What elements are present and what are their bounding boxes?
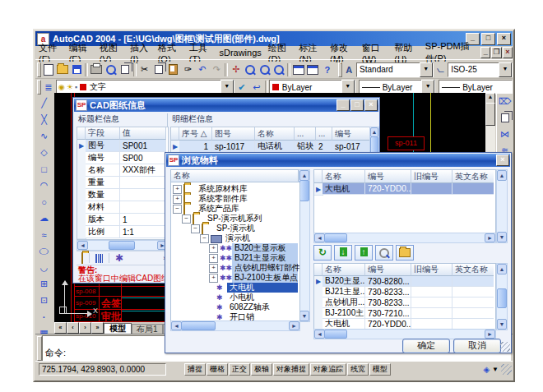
table-cell[interactable]: [411, 297, 452, 308]
tree-item[interactable]: ✱小电机: [171, 293, 299, 302]
toggle-polar[interactable]: 极轴: [251, 363, 272, 376]
maximize-button[interactable]: □: [481, 33, 495, 45]
plot-preview-icon[interactable]: [104, 62, 118, 77]
open-icon[interactable]: [55, 62, 70, 77]
table-cell[interactable]: [120, 177, 166, 189]
column-header[interactable]: 编号: [332, 127, 370, 141]
tree-item[interactable]: ✱✱BJ-2100主板单点: [171, 273, 299, 283]
tree-item[interactable]: ✱✱BJ20主显示板: [171, 243, 299, 253]
table-cell[interactable]: 1:1: [120, 226, 166, 238]
chevron-down-icon[interactable]: ▼: [499, 62, 512, 77]
scrollbar-thumb[interactable]: [497, 288, 507, 308]
table-cell[interactable]: BJ20主显...: [323, 276, 365, 287]
table-cell[interactable]: 2: [316, 141, 332, 153]
dialog-title-bar[interactable]: SP CAD图纸信息 _ □ ×: [74, 99, 378, 112]
table-cell[interactable]: 720-YDD0...: [365, 183, 411, 195]
mdi-close-button[interactable]: ×: [503, 47, 513, 58]
spline-icon[interactable]: ≈: [36, 227, 52, 242]
communication-center-icon[interactable]: ◈: [483, 365, 490, 374]
table-cell[interactable]: BJ21主显...: [323, 287, 365, 297]
properties-icon[interactable]: [291, 62, 306, 77]
column-header[interactable]: 英文名称: [452, 264, 494, 276]
dialog-minimize-button[interactable]: _: [336, 99, 350, 111]
zoom-realtime-icon[interactable]: [244, 62, 258, 77]
line-icon[interactable]: ╱: [36, 95, 52, 111]
table-cell[interactable]: [411, 276, 452, 287]
column-header[interactable]: ...: [295, 127, 316, 141]
redo-icon[interactable]: ↷: [210, 62, 225, 77]
pan-icon[interactable]: ✢: [229, 62, 244, 77]
table-cell[interactable]: 铝块: [295, 141, 316, 153]
table-cell[interactable]: 版本: [86, 214, 120, 226]
table-cell[interactable]: 重量: [86, 177, 120, 189]
column-header[interactable]: 编号: [365, 170, 411, 183]
transfer-icon[interactable]: ↻: [313, 245, 332, 261]
barcode-icon[interactable]: [95, 254, 103, 263]
tree-vscrollbar[interactable]: ▲ ▼: [299, 169, 310, 322]
scroll-right-icon[interactable]: ►: [485, 233, 495, 242]
tab-layout1[interactable]: 布局1: [132, 324, 163, 334]
column-header[interactable]: 英文名称: [452, 170, 494, 183]
scrollbar-thumb[interactable]: [324, 330, 347, 339]
text-style-combo[interactable]: Standard▼: [356, 62, 434, 77]
scrollbar-thumb[interactable]: [299, 180, 309, 201]
tab-last-icon[interactable]: »: [91, 322, 104, 334]
table-cell[interactable]: 名称: [86, 164, 120, 177]
titleblock-hscrollbar[interactable]: ◄ ►: [77, 240, 169, 251]
column-header[interactable]: 旧编号: [411, 170, 452, 183]
tree-item[interactable]: 演示机: [171, 233, 299, 243]
undo-icon[interactable]: ↶: [195, 62, 210, 77]
table-cell[interactable]: 数量: [86, 189, 120, 201]
table-cell[interactable]: [120, 189, 166, 201]
make-block-icon[interactable]: ⊡: [36, 293, 52, 308]
column-header[interactable]: 名称: [255, 127, 295, 141]
scroll-down-icon[interactable]: ▼: [299, 311, 309, 321]
chevron-down-icon[interactable]: ▼: [420, 62, 433, 77]
column-header[interactable]: ...: [316, 127, 332, 141]
point-icon[interactable]: ·: [36, 309, 52, 325]
table-cell[interactable]: 1: [179, 141, 212, 153]
tree-hscrollbar[interactable]: ◄ ►: [170, 321, 300, 331]
coordinates-display[interactable]: 725.1794, 429.8903, 0.0000: [39, 363, 166, 376]
dialog-resize-grip[interactable]: [500, 342, 510, 352]
rectangle-icon[interactable]: □: [36, 161, 52, 177]
dim-style-combo[interactable]: ISO-25▼: [448, 62, 513, 77]
table-cell[interactable]: sp-1017: [212, 141, 255, 153]
tree-item[interactable]: SP-演示机系列: [171, 214, 299, 224]
dialog-close-button[interactable]: ×: [364, 99, 378, 111]
open-record-icon[interactable]: [81, 253, 83, 263]
dialog-title-bar[interactable]: SP 浏览物料 ×: [166, 154, 510, 167]
table-cell[interactable]: 1: [120, 214, 166, 226]
toggle-osnap[interactable]: 对象捕捉: [273, 363, 309, 376]
menu-sdrawings[interactable]: sDrawings: [216, 48, 264, 58]
toggle-otrack[interactable]: 对象追踪: [310, 363, 346, 376]
toggle-model[interactable]: 模型: [369, 363, 391, 376]
construction-line-icon[interactable]: ╳: [36, 112, 52, 127]
toggle-ortho[interactable]: 正交: [229, 363, 250, 376]
ellipse-arc-icon[interactable]: ◡: [36, 260, 52, 275]
column-header[interactable]: 名称: [323, 264, 365, 276]
paste-icon[interactable]: [166, 62, 181, 77]
dialog-maximize-button[interactable]: □: [350, 99, 364, 111]
tree-item-selected[interactable]: ✱大电机: [171, 283, 299, 293]
designcenter-icon[interactable]: [306, 62, 321, 77]
table-cell[interactable]: 730-8280...: [365, 276, 411, 287]
table-cell[interactable]: 点钞机用...: [323, 297, 365, 308]
insert-block-icon[interactable]: ⊞: [36, 276, 52, 292]
scroll-up-icon[interactable]: ▲: [497, 170, 507, 181]
ok-button[interactable]: 确定: [402, 339, 450, 353]
plot-icon[interactable]: [89, 62, 104, 77]
scroll-down-icon[interactable]: ▼: [497, 319, 507, 330]
toggle-snap[interactable]: 捕捉: [184, 363, 206, 376]
mdi-minimize-button[interactable]: _: [480, 47, 490, 58]
gear-add-icon[interactable]: ✱: [115, 254, 123, 262]
move-down-icon[interactable]: ↓: [334, 245, 352, 261]
copy-icon[interactable]: [151, 62, 166, 77]
column-header[interactable]: 旧编号: [411, 264, 452, 276]
mirror-icon[interactable]: ⋈: [497, 127, 513, 142]
scrollbar-thumb[interactable]: [181, 321, 216, 330]
scroll-right-icon[interactable]: ►: [485, 330, 495, 339]
toggle-grid[interactable]: 栅格: [207, 363, 228, 376]
table-cell[interactable]: 图号: [86, 140, 120, 152]
tab-next-icon[interactable]: ›: [79, 322, 91, 334]
